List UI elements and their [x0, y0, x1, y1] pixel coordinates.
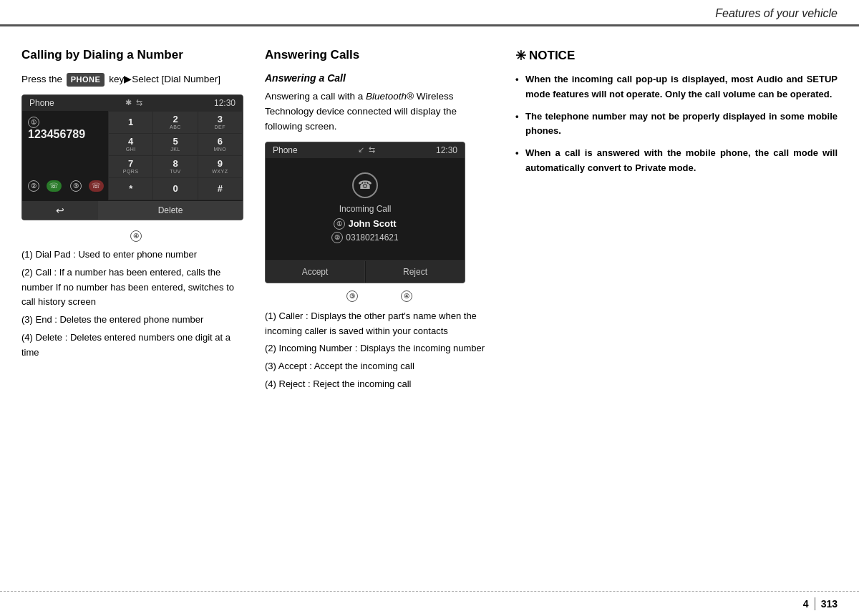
- right-column: ✳ NOTICE When the incoming call pop-up i…: [508, 48, 838, 395]
- notice-list: When the incoming call pop-up is display…: [515, 72, 838, 176]
- signal-icon: ⇆: [136, 98, 142, 107]
- dialpad-time: 12:30: [214, 98, 236, 108]
- notice-item-3: When a call is answered with the mobile …: [515, 146, 838, 176]
- key-9[interactable]: 9WXYZ: [198, 156, 242, 177]
- incoming-buttons-row: Accept Reject: [266, 260, 465, 283]
- dialpad-screen-body: ① 123456789 ② ☏ ③ ☏ 1 2ABC 3DEF 4GHI: [22, 111, 243, 200]
- page-section: 4: [803, 598, 809, 610]
- circle-3-incoming: ③: [346, 290, 358, 302]
- key-4[interactable]: 4GHI: [109, 134, 152, 155]
- key-1[interactable]: 1: [109, 112, 152, 133]
- delete-label: Delete: [158, 205, 183, 215]
- annotation-2: (2) Call : If a number has been entered,…: [21, 265, 251, 310]
- mid-body-text: Answering a call with a Bluetooth® Wirel…: [265, 89, 494, 135]
- ring-icon: ☎: [352, 172, 378, 198]
- bluetooth-icon: ✱: [125, 98, 132, 107]
- key-6[interactable]: 6MNO: [198, 134, 242, 155]
- incoming-number: 03180214621: [346, 233, 398, 243]
- dialpad-header-icons: ✱ ⇆: [125, 98, 142, 107]
- dialpad-annotation-row: ④: [21, 230, 251, 242]
- mid-annotation-3: (3) Accept : Accept the incoming call: [265, 359, 494, 374]
- page-footer: 4 313: [0, 591, 859, 616]
- main-content: Calling by Dialing a Number Press the PH…: [0, 26, 859, 409]
- ring-symbol: ☎: [358, 178, 372, 192]
- key-star[interactable]: *: [109, 178, 152, 200]
- press-text: Press the: [21, 74, 65, 84]
- circle-4-incoming: ④: [401, 290, 412, 302]
- dialpad-app-label: Phone: [29, 98, 54, 108]
- dialpad-screen: Phone ✱ ⇆ 12:30 ① 123456789 ② ☏: [21, 94, 243, 220]
- notice-item-2: The telephone number may not be properly…: [515, 109, 838, 140]
- left-section-title: Calling by Dialing a Number: [21, 48, 251, 62]
- annotation-4: (4) Delete : Deletes entered numbers one…: [21, 331, 251, 361]
- circle-4: ④: [130, 230, 142, 242]
- incoming-app-label: Phone: [273, 145, 298, 155]
- left-column: Calling by Dialing a Number Press the PH…: [21, 48, 265, 395]
- phone-key-badge: PHONE: [67, 73, 105, 87]
- call-button-icon: ☏: [47, 180, 62, 192]
- annotation-3: (3) End : Deletes the entered phone numb…: [21, 313, 251, 328]
- annotation-3-marker: ③: [70, 180, 82, 192]
- page-number: 4 313: [803, 597, 838, 610]
- page-num-value: 313: [821, 598, 838, 610]
- back-button[interactable]: ↩: [22, 201, 98, 220]
- annotation-1-marker: ①: [28, 117, 39, 128]
- mid-section-title: Answering Calls: [265, 48, 494, 62]
- notice-box: ✳ NOTICE When the incoming call pop-up i…: [515, 48, 838, 176]
- key-0[interactable]: 0: [153, 178, 197, 200]
- incoming-call-icon: ↙: [358, 145, 364, 155]
- annotation-caller-2: ②: [331, 232, 343, 243]
- dialpad-call-icons: ② ☏ ③ ☏: [28, 180, 104, 196]
- incoming-number-row: ② 03180214621: [273, 232, 457, 243]
- back-icon: ↩: [56, 205, 64, 216]
- key-hash[interactable]: #: [198, 178, 242, 200]
- incoming-header-icons: ↙ ⇆: [358, 145, 375, 155]
- incoming-call-screen: Phone ↙ ⇆ 12:30 ☎ Incoming Call ① John S…: [265, 142, 465, 283]
- incoming-name: John Scott: [348, 218, 396, 229]
- notice-title-text: NOTICE: [529, 49, 575, 63]
- notice-item-1: When the incoming call pop-up is display…: [515, 72, 838, 102]
- annotation-4-row: ④: [130, 230, 142, 242]
- dialpad-number: 123456789: [28, 128, 104, 141]
- key-3[interactable]: 3DEF: [198, 112, 242, 133]
- bluetooth-text: Bluetooth®: [366, 91, 414, 102]
- dialpad-screen-header: Phone ✱ ⇆ 12:30: [22, 95, 243, 111]
- incoming-call-label: Incoming Call: [273, 204, 457, 214]
- annotation-2-marker: ②: [28, 180, 39, 192]
- mid-column: Answering Calls Answering a Call Answeri…: [265, 48, 508, 395]
- incoming-signal-icon: ⇆: [369, 145, 375, 155]
- incoming-time: 12:30: [436, 145, 457, 155]
- dialpad-bottom-bar: ↩ Delete: [22, 200, 243, 220]
- accept-button[interactable]: Accept: [266, 261, 365, 283]
- dialpad-grid: 1 2ABC 3DEF 4GHI 5JKL 6MNO 7PQRS 8TUV 9W…: [108, 111, 243, 200]
- reject-button[interactable]: Reject: [366, 261, 465, 283]
- incoming-screen-header: Phone ↙ ⇆ 12:30: [266, 142, 465, 158]
- header-title: Features of your vehicle: [715, 7, 838, 20]
- end-button-icon: ☏: [89, 180, 104, 192]
- annotation-caller-1: ①: [334, 218, 345, 230]
- mid-annotation-1: (1) Caller : Displays the other part's n…: [265, 309, 494, 339]
- mid-annotation-4: (4) Reject : Reject the incoming call: [265, 377, 494, 392]
- left-body-intro: Press the PHONE key▶Select [Dial Number]: [21, 72, 251, 87]
- notice-title: ✳ NOTICE: [515, 48, 838, 64]
- dialpad-number-area: ① 123456789 ② ☏ ③ ☏: [22, 111, 108, 200]
- key-5[interactable]: 5JKL: [153, 134, 197, 155]
- incoming-screen-body: ☎ Incoming Call ① John Scott ② 031802146…: [266, 158, 465, 260]
- mid-annotations: (1) Caller : Displays the other part's n…: [265, 309, 494, 392]
- page-divider: [815, 597, 815, 610]
- mid-annotation-2: (2) Incoming Number : Displays the incom…: [265, 341, 494, 356]
- annotation-1: (1) Dial Pad : Used to enter phone numbe…: [21, 248, 251, 263]
- key-2[interactable]: 2ABC: [153, 112, 197, 133]
- notice-asterisk: ✳: [515, 48, 526, 64]
- delete-button[interactable]: Delete: [98, 201, 243, 220]
- key-8[interactable]: 8TUV: [153, 156, 197, 177]
- after-text: key▶Select [Dial Number]: [109, 74, 220, 84]
- left-annotations: (1) Dial Pad : Used to enter phone numbe…: [21, 248, 251, 361]
- incoming-annotation-row: ③ ④: [265, 290, 494, 302]
- key-7[interactable]: 7PQRS: [109, 156, 152, 177]
- incoming-name-row: ① John Scott: [273, 218, 457, 230]
- page-header: Features of your vehicle: [0, 0, 859, 26]
- mid-sub-title: Answering a Call: [265, 72, 494, 84]
